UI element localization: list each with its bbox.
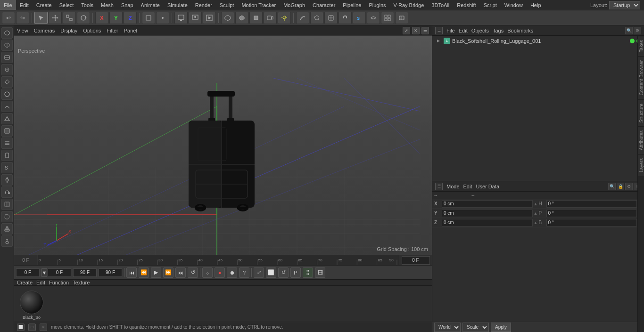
attr-x-arrow[interactable]: ▲ — [534, 202, 538, 206]
sidebar-btn-12[interactable]: S — [1, 162, 13, 173]
menu-render[interactable]: Render — [191, 0, 216, 10]
matrix-tool[interactable] — [381, 12, 394, 24]
render-view-button[interactable] — [189, 12, 202, 24]
film-strip-btn[interactable]: 🎞 — [315, 267, 325, 278]
scale-tool[interactable] — [63, 12, 76, 24]
menu-window[interactable]: Window — [501, 0, 527, 10]
attr-b-input[interactable] — [546, 219, 637, 227]
snap-btn[interactable]: ⬜ — [266, 267, 276, 278]
spline-tool[interactable] — [296, 12, 309, 24]
material-create-menu[interactable]: Create — [17, 280, 33, 285]
timeline-frame-input[interactable] — [402, 256, 430, 265]
menu-character[interactable]: Character — [309, 0, 339, 10]
attr-lock-btn[interactable]: 🔒 — [617, 183, 624, 190]
sidebar-btn-1[interactable] — [1, 27, 13, 39]
material-edit-menu[interactable]: Edit — [36, 280, 45, 285]
menu-select[interactable]: Select — [56, 0, 78, 10]
help-btn[interactable]: ? — [239, 267, 249, 278]
objects-tags-menu[interactable]: Tags — [493, 28, 504, 33]
objects-settings-btn[interactable]: ⚙ — [634, 27, 641, 34]
render-region-button[interactable] — [174, 12, 188, 24]
sidebar-btn-7[interactable] — [1, 101, 13, 112]
menu-script[interactable]: Script — [480, 0, 501, 10]
attr-z-pos-input[interactable] — [442, 219, 533, 227]
sidebar-btn-15[interactable] — [1, 199, 13, 210]
sidebar-btn-8[interactable] — [1, 113, 13, 124]
front-view-button[interactable] — [249, 12, 263, 24]
apply-button[interactable]: Apply — [491, 323, 511, 332]
record-btn[interactable]: ⏺ — [227, 267, 237, 278]
point-mode-button[interactable] — [156, 12, 169, 24]
sidebar-btn-13[interactable] — [1, 174, 13, 186]
world-select[interactable]: World — [434, 323, 461, 332]
undo-button[interactable]: ↩ — [2, 12, 15, 24]
sidebar-btn-14[interactable] — [1, 186, 13, 198]
status-icon-3[interactable]: × — [40, 324, 47, 331]
attr-edit-menu[interactable]: Edit — [463, 184, 472, 189]
menu-create[interactable]: Create — [33, 0, 56, 10]
sidebar-btn-16[interactable] — [1, 211, 13, 222]
axis-z-button[interactable]: Z — [124, 12, 137, 24]
anim-btn[interactable]: ↺ — [278, 267, 289, 278]
move-tool[interactable] — [49, 12, 62, 24]
axis-y-button[interactable]: Y — [109, 12, 123, 24]
start-frame-input[interactable] — [16, 268, 40, 277]
param-btn[interactable]: P — [290, 267, 301, 278]
menu-file[interactable]: File — [0, 0, 16, 10]
play-btn[interactable]: ▶ — [151, 267, 161, 278]
sidebar-btn-18[interactable] — [1, 235, 13, 247]
sidebar-btn-5[interactable] — [1, 76, 13, 88]
current-frame-input[interactable] — [48, 268, 71, 277]
menu-mograph[interactable]: MoGraph — [280, 0, 309, 10]
menu-vray[interactable]: V-Ray Bridge — [390, 0, 428, 10]
perspective-view-button[interactable] — [221, 12, 234, 24]
next-frame-btn[interactable]: ⏩ — [163, 267, 173, 278]
sidebar-btn-3[interactable] — [1, 52, 13, 63]
right-tab-layers[interactable]: Layers — [638, 154, 644, 176]
menu-help[interactable]: Help — [527, 0, 545, 10]
right-tab-takes[interactable]: Takes — [638, 36, 644, 56]
sidebar-btn-2[interactable] — [1, 40, 13, 51]
material-function-menu[interactable]: Function — [49, 280, 69, 285]
polygon-tool[interactable] — [310, 12, 323, 24]
objects-menu[interactable]: Objects — [471, 28, 489, 33]
viewport-filter-menu[interactable]: Filter — [107, 28, 118, 33]
light-button[interactable] — [278, 12, 291, 24]
menu-motion-tracker[interactable]: Motion Tracker — [238, 0, 280, 10]
render-button[interactable] — [203, 12, 216, 24]
menu-pipeline[interactable]: Pipeline — [339, 0, 365, 10]
attr-y-pos-input[interactable] — [442, 210, 533, 217]
end-frame-input2[interactable] — [99, 268, 122, 277]
subdivision-tool[interactable] — [324, 12, 338, 24]
status-icon-1[interactable]: ⬜ — [17, 324, 25, 331]
camera-button[interactable] — [264, 12, 277, 24]
auto-key-btn[interactable]: ● — [215, 267, 225, 278]
viewport-ctrl-menu[interactable]: ☰ — [421, 27, 429, 34]
film-button[interactable] — [395, 12, 408, 24]
object-visibility-dot[interactable] — [630, 39, 635, 43]
attr-y-arrow[interactable]: ▲ — [534, 211, 538, 216]
menu-simulate[interactable]: Simulate — [164, 0, 191, 10]
sidebar-btn-4[interactable] — [1, 64, 13, 75]
viewport-ctrl-cross[interactable]: ✕ — [412, 27, 420, 34]
attr-z-arrow[interactable]: ▲ — [534, 220, 538, 225]
right-tab-browser[interactable]: Content Browser — [638, 56, 644, 99]
viewport-options-menu[interactable]: Options — [83, 28, 101, 33]
sidebar-btn-11[interactable] — [1, 150, 13, 161]
sidebar-btn-10[interactable] — [1, 138, 13, 149]
viewport[interactable]: View Cameras Display Options Filter Pane… — [14, 25, 432, 255]
menu-3dtoall[interactable]: 3DToAll — [428, 0, 453, 10]
loop-btn[interactable]: ↺ — [188, 267, 198, 278]
redo-button[interactable]: ↪ — [16, 12, 29, 24]
menu-mesh[interactable]: Mesh — [97, 0, 117, 10]
sidebar-btn-17[interactable] — [1, 223, 13, 235]
menu-sculpt[interactable]: Sculpt — [216, 0, 238, 10]
right-tab-attributes[interactable]: Attributes — [638, 126, 644, 154]
frame-down-btn[interactable]: ▼ — [41, 268, 47, 277]
viewport-display-menu[interactable]: Display — [60, 28, 77, 33]
viewport-view-menu[interactable]: View — [17, 28, 28, 33]
rotate-tool[interactable] — [77, 12, 90, 24]
grid-btn[interactable]: ⣿ — [303, 267, 313, 278]
material-texture-menu[interactable]: Texture — [73, 280, 90, 285]
menu-plugins[interactable]: Plugins — [365, 0, 389, 10]
